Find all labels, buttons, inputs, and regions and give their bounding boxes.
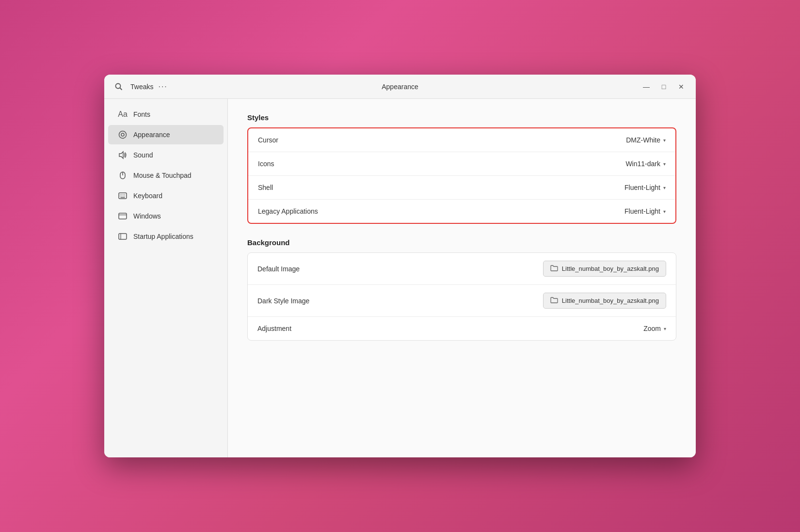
adjustment-row: Adjustment Zoom ▾ bbox=[248, 317, 676, 340]
cursor-row: Cursor DMZ-White ▾ bbox=[248, 128, 675, 152]
sidebar-item-label-keyboard: Keyboard bbox=[133, 192, 162, 200]
startup-icon bbox=[118, 232, 128, 241]
sidebar-item-label-windows: Windows bbox=[133, 212, 161, 220]
sidebar-item-sound[interactable]: Sound bbox=[108, 145, 224, 165]
sidebar-item-appearance[interactable]: Appearance bbox=[108, 125, 224, 144]
icons-label: Icons bbox=[258, 160, 274, 168]
styles-card: Cursor DMZ-White ▾ Icons Win11-dark ▾ bbox=[247, 127, 676, 224]
sidebar-item-windows[interactable]: Windows bbox=[108, 206, 224, 226]
sidebar-item-label-mouse: Mouse & Touchpad bbox=[133, 172, 192, 179]
svg-point-2 bbox=[119, 131, 127, 139]
shell-value-container[interactable]: Fluent-Light ▾ bbox=[624, 184, 666, 191]
shell-dropdown-arrow: ▾ bbox=[663, 185, 666, 190]
background-card: Default Image Little_numbat_boy_by_azska… bbox=[247, 252, 676, 341]
content-area: Aa Fonts Appearance bbox=[104, 99, 696, 457]
cursor-value-container[interactable]: DMZ-White ▾ bbox=[626, 136, 666, 144]
close-button[interactable]: ✕ bbox=[674, 80, 688, 94]
sound-icon bbox=[118, 150, 128, 160]
window-controls: — □ ✕ bbox=[640, 80, 688, 94]
search-icon bbox=[115, 83, 123, 91]
cursor-dropdown-arrow: ▾ bbox=[663, 138, 666, 143]
sidebar-item-fonts[interactable]: Aa Fonts bbox=[108, 105, 224, 124]
titlebar: Tweaks ··· Appearance — □ ✕ bbox=[104, 75, 696, 99]
svg-point-3 bbox=[121, 133, 124, 136]
sidebar-item-label-startup: Startup Applications bbox=[133, 233, 193, 240]
search-button[interactable] bbox=[112, 80, 126, 94]
background-section: Background Default Image Little_numbat_b… bbox=[247, 238, 676, 341]
appearance-icon bbox=[118, 130, 128, 140]
keyboard-icon bbox=[118, 191, 128, 201]
maximize-button[interactable]: □ bbox=[657, 80, 671, 94]
legacy-applications-value: Fluent-Light bbox=[624, 207, 660, 215]
shell-value: Fluent-Light bbox=[624, 184, 660, 191]
dark-style-image-file-button[interactable]: Little_numbat_boy_by_azskalt.png bbox=[543, 293, 666, 309]
menu-dots[interactable]: ··· bbox=[158, 82, 167, 91]
cursor-label: Cursor bbox=[258, 136, 278, 144]
page-title: Appearance bbox=[382, 83, 418, 91]
adjustment-label: Adjustment bbox=[257, 325, 291, 332]
svg-rect-19 bbox=[119, 234, 127, 239]
sidebar-item-keyboard[interactable]: Keyboard bbox=[108, 186, 224, 205]
sidebar-item-label-fonts: Fonts bbox=[133, 110, 150, 118]
sidebar-item-label-sound: Sound bbox=[133, 151, 153, 159]
svg-rect-17 bbox=[119, 213, 127, 219]
background-section-title: Background bbox=[247, 238, 676, 247]
main-content: Styles Cursor DMZ-White ▾ Icons bbox=[228, 99, 696, 457]
sidebar: Aa Fonts Appearance bbox=[104, 99, 228, 457]
legacy-applications-row: Legacy Applications Fluent-Light ▾ bbox=[248, 200, 675, 223]
mouse-icon bbox=[118, 171, 128, 180]
svg-line-1 bbox=[120, 88, 122, 90]
adjustment-value: Zoom bbox=[643, 325, 661, 332]
default-image-label: Default Image bbox=[257, 265, 300, 273]
windows-icon bbox=[118, 211, 128, 221]
dark-style-image-label: Dark Style Image bbox=[257, 297, 309, 305]
minimize-button[interactable]: — bbox=[640, 80, 653, 94]
shell-label: Shell bbox=[258, 184, 273, 191]
cursor-value: DMZ-White bbox=[626, 136, 660, 144]
legacy-applications-dropdown-arrow: ▾ bbox=[663, 209, 666, 214]
svg-point-0 bbox=[116, 83, 121, 88]
default-image-filename: Little_numbat_boy_by_azskalt.png bbox=[562, 265, 659, 272]
sidebar-item-startup[interactable]: Startup Applications bbox=[108, 227, 224, 246]
titlebar-left: Tweaks ··· bbox=[112, 80, 168, 94]
legacy-applications-value-container[interactable]: Fluent-Light ▾ bbox=[624, 207, 666, 215]
dark-style-image-filename: Little_numbat_boy_by_azskalt.png bbox=[562, 297, 659, 304]
legacy-applications-label: Legacy Applications bbox=[258, 207, 318, 215]
fonts-icon: Aa bbox=[118, 110, 128, 119]
icons-value-container[interactable]: Win11-dark ▾ bbox=[625, 160, 666, 168]
adjustment-dropdown-arrow: ▾ bbox=[664, 326, 666, 331]
folder-icon-dark bbox=[550, 297, 558, 305]
icons-row: Icons Win11-dark ▾ bbox=[248, 152, 675, 176]
default-image-row: Default Image Little_numbat_boy_by_azska… bbox=[248, 253, 676, 285]
styles-section-title: Styles bbox=[247, 113, 676, 122]
default-image-file-button[interactable]: Little_numbat_boy_by_azskalt.png bbox=[543, 261, 666, 277]
adjustment-value-container[interactable]: Zoom ▾ bbox=[643, 325, 666, 332]
page-title-center: Appearance bbox=[382, 83, 418, 91]
app-title: Tweaks bbox=[130, 83, 153, 91]
sidebar-item-mouse[interactable]: Mouse & Touchpad bbox=[108, 166, 224, 185]
svg-marker-4 bbox=[119, 152, 123, 158]
icons-dropdown-arrow: ▾ bbox=[663, 161, 666, 167]
main-window: Tweaks ··· Appearance — □ ✕ Aa Fonts bbox=[104, 75, 696, 457]
icons-value: Win11-dark bbox=[625, 160, 660, 168]
styles-section: Styles Cursor DMZ-White ▾ Icons bbox=[247, 113, 676, 224]
sidebar-item-label-appearance: Appearance bbox=[133, 131, 170, 139]
shell-row: Shell Fluent-Light ▾ bbox=[248, 176, 675, 200]
folder-icon-default bbox=[550, 265, 558, 273]
dark-style-image-row: Dark Style Image Little_numbat_boy_by_az… bbox=[248, 285, 676, 317]
